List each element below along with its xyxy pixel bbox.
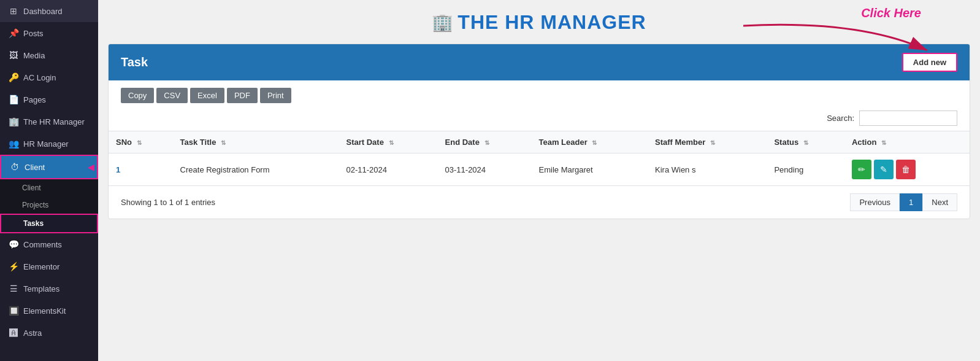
sidebar-item-elementor[interactable]: ⚡ Elementor <box>0 255 98 278</box>
hr-manager2-icon: 👥 <box>9 139 18 149</box>
dashboard-icon: ⊞ <box>9 6 18 16</box>
sort-icon-leader[interactable]: ⇅ <box>592 139 597 146</box>
sidebar-sub-projects[interactable]: Projects <box>0 196 98 214</box>
next-button[interactable]: Next <box>922 193 957 211</box>
task-card: Task Add new Copy CSV Excel PDF Print Se… <box>108 44 970 219</box>
task-table: SNo ⇅ Task Title ⇅ Start Date ⇅ End Date… <box>109 131 970 186</box>
table-header: SNo ⇅ Task Title ⇅ Start Date ⇅ End Date… <box>109 131 970 153</box>
delete-button[interactable]: 🗑 <box>896 160 916 179</box>
sidebar-item-comments[interactable]: 💬 Comments <box>0 233 98 255</box>
sort-icon-staff[interactable]: ⇅ <box>710 139 715 146</box>
elementskit-icon: 🔲 <box>9 306 18 316</box>
elementor-icon: ⚡ <box>9 262 18 271</box>
sidebar-item-client[interactable]: ⏱ Client <box>0 155 98 179</box>
sidebar-item-dashboard[interactable]: ⊞ Dashboard <box>0 0 98 22</box>
excel-button[interactable]: Excel <box>190 88 224 103</box>
print-button[interactable]: Print <box>260 88 291 103</box>
sort-icon-title[interactable]: ⇅ <box>221 139 226 146</box>
row-task-title: Create Registration Form <box>173 153 339 186</box>
sort-icon-status[interactable]: ⇅ <box>803 139 808 146</box>
ac-login-icon: 🔑 <box>9 72 18 82</box>
previous-button[interactable]: Previous <box>850 193 900 211</box>
page-1-button[interactable]: 1 <box>900 193 922 211</box>
sidebar-item-ac-login[interactable]: 🔑 AC Login <box>0 66 98 88</box>
col-sno: SNo ⇅ <box>109 131 173 153</box>
search-label: Search: <box>827 114 854 123</box>
search-input[interactable] <box>859 111 957 126</box>
row-action: ✏ ✎ 🗑 <box>844 153 970 186</box>
sidebar: ⊞ Dashboard 📌 Posts 🖼 Media 🔑 AC Login 📄… <box>0 0 98 361</box>
hr-manager-icon: 🏢 <box>9 117 18 126</box>
action-buttons: ✏ ✎ 🗑 <box>852 160 962 179</box>
view-button[interactable]: ✎ <box>874 160 894 179</box>
sort-icon-action[interactable]: ⇅ <box>881 139 886 146</box>
posts-icon: 📌 <box>9 28 18 38</box>
col-start-date: Start Date ⇅ <box>339 131 437 153</box>
click-here-arrow <box>737 20 933 56</box>
card-title: Task <box>121 55 148 69</box>
main-content: 🏢 THE HR MANAGER Click Here Task Add new <box>98 0 980 361</box>
col-team-leader: Team Leader ⇅ <box>532 131 648 153</box>
sort-icon-sno[interactable]: ⇅ <box>137 139 142 146</box>
pdf-button[interactable]: PDF <box>227 88 258 103</box>
entries-info: Showing 1 to 1 of 1 entries <box>121 198 215 207</box>
sidebar-item-elementskit[interactable]: 🔲 ElementsKit <box>0 300 98 322</box>
table-body: 1 Create Registration Form 02-11-2024 03… <box>109 153 970 186</box>
col-staff-member: Staff Member ⇅ <box>648 131 767 153</box>
row-end-date: 03-11-2024 <box>438 153 532 186</box>
sidebar-sub-tasks[interactable]: Tasks <box>0 214 98 233</box>
templates-icon: ☰ <box>9 284 18 293</box>
sidebar-item-pages[interactable]: 📄 Pages <box>0 88 98 111</box>
card-footer: Showing 1 to 1 of 1 entries Previous 1 N… <box>109 186 970 219</box>
client-icon: ⏱ <box>10 162 20 172</box>
comments-icon: 💬 <box>9 239 18 249</box>
row-staff-member: Kira Wien s <box>648 153 767 186</box>
sort-icon-start[interactable]: ⇅ <box>389 139 394 146</box>
sidebar-item-astra[interactable]: 🅰 Astra <box>0 322 98 344</box>
table-row: 1 Create Registration Form 02-11-2024 03… <box>109 153 970 186</box>
col-end-date: End Date ⇅ <box>438 131 532 153</box>
col-action: Action ⇅ <box>844 131 970 153</box>
sidebar-item-the-hr-manager[interactable]: 🏢 The HR Manager <box>0 111 98 133</box>
row-team-leader: Emile Margaret <box>532 153 648 186</box>
pagination: Previous 1 Next <box>850 193 957 211</box>
sidebar-item-templates[interactable]: ☰ Templates <box>0 278 98 300</box>
sidebar-item-media[interactable]: 🖼 Media <box>0 44 98 66</box>
toolbar: Copy CSV Excel PDF Print <box>109 80 970 108</box>
sidebar-item-posts[interactable]: 📌 Posts <box>0 22 98 44</box>
pages-icon: 📄 <box>9 95 18 104</box>
page-header: 🏢 THE HR MANAGER Click Here <box>108 6 970 34</box>
col-task-title: Task Title ⇅ <box>173 131 339 153</box>
page-title: 🏢 THE HR MANAGER <box>432 11 646 34</box>
row-start-date: 02-11-2024 <box>339 153 437 186</box>
media-icon: 🖼 <box>9 50 18 60</box>
row-sno: 1 <box>109 153 173 186</box>
click-here-label: Click Here <box>861 6 921 20</box>
row-status: Pending <box>767 153 844 186</box>
col-status: Status ⇅ <box>767 131 844 153</box>
edit-button[interactable]: ✏ <box>852 160 871 179</box>
building-icon: 🏢 <box>432 12 454 33</box>
sidebar-item-hr-manager[interactable]: 👥 HR Manager <box>0 133 98 155</box>
astra-icon: 🅰 <box>9 328 18 338</box>
sidebar-sub-client[interactable]: Client <box>0 179 98 196</box>
sort-icon-end[interactable]: ⇅ <box>484 139 489 146</box>
sidebar-sub-menu: Client Projects Tasks <box>0 179 98 233</box>
csv-button[interactable]: CSV <box>156 88 188 103</box>
search-row: Search: <box>109 108 970 131</box>
copy-button[interactable]: Copy <box>121 88 154 103</box>
